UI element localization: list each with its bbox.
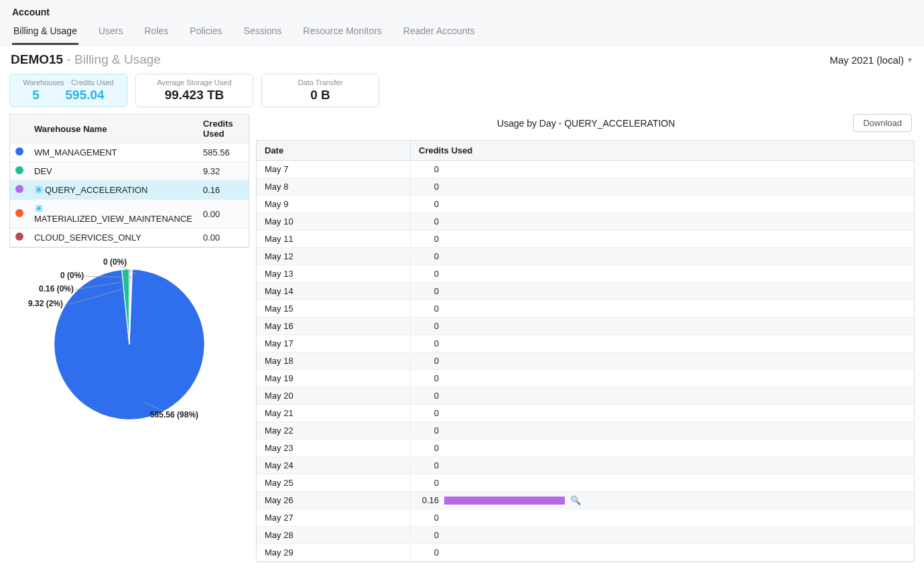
usage-col-credits[interactable]: Credits Used bbox=[411, 141, 914, 161]
warehouse-credits: 0.00 bbox=[198, 200, 249, 229]
warehouse-credits: 9.32 bbox=[198, 162, 249, 181]
usage-row[interactable]: May 70 bbox=[257, 161, 914, 178]
warehouse-row[interactable]: WM_MANAGEMENT585.56 bbox=[10, 143, 249, 162]
warehouse-credits: 0.00 bbox=[198, 229, 249, 247]
usage-credits-value: 0 bbox=[419, 199, 439, 209]
tab-users[interactable]: Users bbox=[97, 19, 125, 45]
usage-credits-value: 0 bbox=[419, 547, 439, 558]
usage-credits-value: 0 bbox=[419, 321, 439, 331]
snowflake-icon bbox=[34, 185, 45, 195]
usage-date: May 7 bbox=[257, 161, 411, 178]
warehouse-col-name[interactable]: Warehouse Name bbox=[29, 115, 198, 143]
breadcrumb: DEMO15 - Billing & Usage bbox=[11, 52, 161, 67]
usage-credits-value: 0 bbox=[419, 443, 439, 453]
tab-roles[interactable]: Roles bbox=[143, 19, 170, 45]
storage-value: 99.423 TB bbox=[145, 88, 243, 103]
breadcrumb-section: - Billing & Usage bbox=[66, 52, 160, 66]
warehouse-name: DEV bbox=[29, 162, 198, 181]
usage-col-date[interactable]: Date bbox=[257, 141, 411, 161]
usage-row[interactable]: May 80 bbox=[257, 178, 914, 196]
transfer-value: 0 B bbox=[271, 88, 369, 103]
usage-date: May 22 bbox=[257, 422, 411, 440]
usage-row[interactable]: May 100 bbox=[257, 213, 914, 231]
usage-credits-value: 0.16 bbox=[419, 495, 439, 505]
credits-pie-chart: 0 (0%)0 (0%)0.16 (0%)9.32 (2%)585.56 (98… bbox=[9, 257, 249, 432]
usage-date: May 19 bbox=[257, 370, 411, 387]
usage-row[interactable]: May 120 bbox=[257, 248, 914, 265]
usage-date: May 10 bbox=[257, 213, 411, 231]
usage-date: May 23 bbox=[257, 440, 411, 457]
credits-used-value: 595.04 bbox=[66, 88, 105, 103]
credits-used-label: Credits Used bbox=[71, 78, 114, 86]
chevron-down-icon: ▼ bbox=[907, 56, 913, 64]
usage-date: May 16 bbox=[257, 318, 411, 335]
warehouse-name: WM_MANAGEMENT bbox=[29, 143, 198, 162]
usage-row[interactable]: May 240 bbox=[257, 457, 914, 474]
download-button[interactable]: Download bbox=[853, 114, 912, 132]
usage-row[interactable]: May 90 bbox=[257, 196, 914, 213]
month-picker[interactable]: May 2021 (local) ▼ bbox=[830, 54, 913, 66]
usage-row[interactable]: May 210 bbox=[257, 405, 914, 422]
usage-table: Date Credits Used May 70May 80May 90May … bbox=[256, 140, 915, 562]
usage-date: May 28 bbox=[257, 527, 411, 544]
usage-credits-value: 0 bbox=[419, 234, 439, 244]
usage-row[interactable]: May 150 bbox=[257, 300, 914, 318]
usage-row[interactable]: May 220 bbox=[257, 422, 914, 440]
warehouse-col-credits[interactable]: Credits Used bbox=[198, 115, 249, 143]
usage-date: May 21 bbox=[257, 405, 411, 422]
month-picker-label: May 2021 (local) bbox=[830, 54, 904, 66]
warehouse-name: QUERY_ACCELERATION bbox=[29, 181, 198, 200]
breadcrumb-account: DEMO15 bbox=[11, 52, 63, 66]
usage-row[interactable]: May 200 bbox=[257, 387, 914, 405]
usage-row[interactable]: May 260.16🔍 bbox=[257, 492, 914, 509]
usage-date: May 14 bbox=[257, 283, 411, 300]
usage-row[interactable]: May 250 bbox=[257, 474, 914, 492]
usage-row[interactable]: May 160 bbox=[257, 318, 914, 335]
usage-date: May 18 bbox=[257, 352, 411, 370]
usage-row[interactable]: May 110 bbox=[257, 231, 914, 248]
magnifier-icon[interactable]: 🔍 bbox=[570, 495, 581, 505]
card-overview[interactable]: Warehouses Credits Used 5 595.04 bbox=[9, 74, 127, 107]
tab-policies[interactable]: Policies bbox=[188, 19, 223, 45]
usage-date: May 25 bbox=[257, 474, 411, 492]
color-dot bbox=[15, 185, 23, 193]
color-dot bbox=[15, 147, 23, 155]
usage-row[interactable]: May 190 bbox=[257, 370, 914, 387]
usage-row[interactable]: May 290 bbox=[257, 544, 914, 562]
tab-sessions[interactable]: Sessions bbox=[243, 19, 283, 45]
warehouse-row[interactable]: MATERIALIZED_VIEW_MAINTENANCE0.00 bbox=[10, 200, 249, 229]
usage-date: May 15 bbox=[257, 300, 411, 318]
tab-billing[interactable]: Billing & Usage bbox=[12, 19, 78, 45]
usage-title: Usage by Day - QUERY_ACCELERATION bbox=[319, 118, 853, 129]
usage-credits-value: 0 bbox=[419, 478, 439, 488]
tab-resmon[interactable]: Resource Monitors bbox=[302, 19, 383, 45]
usage-row[interactable]: May 280 bbox=[257, 527, 914, 544]
warehouse-col-color bbox=[10, 115, 29, 143]
card-storage[interactable]: Average Storage Used 99.423 TB bbox=[135, 74, 253, 107]
tabs: Billing & UsageUsersRolesPoliciesSession… bbox=[0, 19, 924, 45]
usage-row[interactable]: May 230 bbox=[257, 440, 914, 457]
usage-row[interactable]: May 140 bbox=[257, 283, 914, 300]
usage-date: May 8 bbox=[257, 178, 411, 196]
warehouse-row[interactable]: QUERY_ACCELERATION0.16 bbox=[10, 181, 249, 200]
warehouse-name: CLOUD_SERVICES_ONLY bbox=[29, 229, 198, 247]
color-dot bbox=[15, 209, 23, 217]
usage-row[interactable]: May 170 bbox=[257, 335, 914, 352]
card-transfer[interactable]: Data Transfer 0 B bbox=[261, 74, 379, 107]
usage-row[interactable]: May 180 bbox=[257, 352, 914, 370]
usage-credits-value: 0 bbox=[419, 338, 439, 348]
usage-credits-value: 0 bbox=[419, 286, 439, 296]
usage-row[interactable]: May 270 bbox=[257, 509, 914, 527]
warehouse-row[interactable]: DEV9.32 bbox=[10, 162, 249, 181]
usage-credits-value: 0 bbox=[419, 356, 439, 366]
warehouses-count: 5 bbox=[32, 88, 40, 103]
usage-date: May 24 bbox=[257, 457, 411, 474]
warehouse-row[interactable]: CLOUD_SERVICES_ONLY0.00 bbox=[10, 229, 249, 247]
tab-reader[interactable]: Reader Accounts bbox=[402, 19, 476, 45]
usage-row[interactable]: May 130 bbox=[257, 265, 914, 283]
usage-credits-value: 0 bbox=[419, 408, 439, 418]
snowflake-icon bbox=[34, 204, 45, 214]
warehouses-label: Warehouses bbox=[23, 78, 64, 86]
pie-label: 0 (0%) bbox=[60, 271, 84, 280]
usage-credits-value: 0 bbox=[419, 373, 439, 383]
